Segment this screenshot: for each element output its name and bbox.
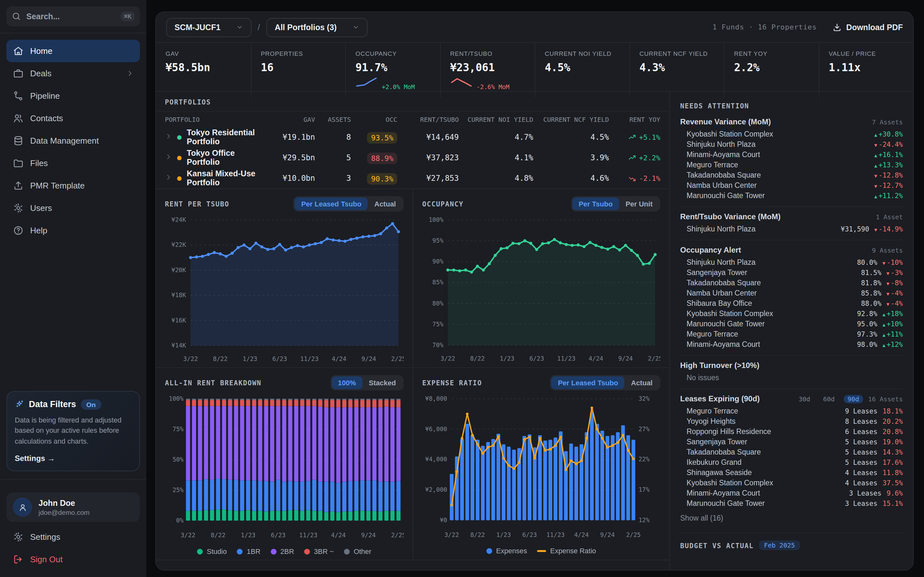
- contacts-icon: [13, 113, 24, 124]
- portfolios-section: PORTFOLIOS PORTFOLIOGAVASSETSOCCRENT/TSU…: [156, 92, 669, 189]
- na-row[interactable]: Kyobashi Station Complex4 Leases37.5%: [680, 478, 903, 488]
- asset-name: Shinagawa Seaside: [687, 469, 752, 476]
- sign-out-button[interactable]: Sign Out: [6, 548, 140, 571]
- filter-pill-60d[interactable]: 60d: [819, 395, 838, 403]
- na-row[interactable]: Kyobashi Station Complex92.8%▲+18%: [680, 308, 903, 319]
- na-row[interactable]: Namba Urban Center85.8%▼-4%: [680, 288, 903, 298]
- na-row[interactable]: Minami-Aoyama Court3 Leases9.6%: [680, 488, 903, 498]
- download-pdf-button[interactable]: Download PDF: [832, 23, 903, 32]
- na-row[interactable]: Meguro Terrace9 Leases18.1%: [680, 406, 903, 416]
- svg-text:27%: 27%: [638, 425, 650, 432]
- svg-text:9/24: 9/24: [600, 531, 615, 538]
- legend-item-studio: Studio: [197, 548, 227, 555]
- lease-count: 9 Leases: [845, 407, 877, 415]
- na-row[interactable]: Minami-Aoyama Court▲+16.1%: [680, 149, 903, 160]
- portfolio-row[interactable]: Kansai Mixed-Use Portfolio¥10.0bn390.3%¥…: [156, 168, 669, 189]
- divider: [0, 479, 146, 480]
- na-row[interactable]: Sangenjaya Tower81.5%▼-3%: [680, 268, 903, 277]
- svg-text:75%: 75%: [173, 425, 184, 432]
- sidebar-item-pmr-template[interactable]: PMR Template: [6, 174, 140, 197]
- na-row[interactable]: Marunouchi Gate Tower3 Leases15.1%: [680, 498, 903, 508]
- svg-text:100%: 100%: [169, 395, 184, 402]
- legend-label: Other: [354, 548, 371, 555]
- asset-value: ▲+30.8%: [874, 130, 903, 138]
- app-root: Search... ⌘K HomeDealsPipelineContactsDa…: [0, 0, 924, 577]
- delta-up: ▲+11%: [882, 330, 903, 338]
- svg-text:0%: 0%: [176, 517, 184, 524]
- occupancy-badge: 88.9%: [367, 152, 397, 164]
- kpi-label: PROPERTIES: [261, 50, 336, 57]
- na-row[interactable]: Shinagawa Seaside4 Leases11.8%: [680, 467, 903, 478]
- na-row[interactable]: Shibaura Bay Office88.0%▼-4%: [680, 298, 903, 308]
- data-filters-settings-link[interactable]: Settings →: [15, 454, 132, 463]
- na-row[interactable]: Yoyogi Heights8 Leases20.2%: [680, 416, 903, 426]
- expense-ratio-panel: EXPENSE RATIOPer Leased TsuboActual¥8,00…: [413, 367, 669, 560]
- user-card[interactable]: John Doe jdoe@demo.com: [6, 492, 140, 522]
- na-row[interactable]: Namba Urban Center▼-12.7%: [680, 180, 903, 190]
- svg-text:11/23: 11/23: [299, 532, 317, 538]
- svg-text:2/25: 2/25: [391, 532, 404, 538]
- na-row[interactable]: Meguro Terrace97.3%▲+11%: [680, 329, 903, 339]
- filter-pill-30d[interactable]: 30d: [795, 395, 814, 403]
- rent-breakdown-toggle-100[interactable]: 100%: [331, 376, 362, 389]
- na-row[interactable]: Minami-Aoyama Court98.0%▲+12%: [680, 339, 903, 350]
- expense-ratio-toggle-per-leased-tsubo[interactable]: Per Leased Tsubo: [551, 376, 625, 389]
- metric-value: 92.8%: [857, 309, 877, 318]
- noi-yield-cell: 4.1%: [459, 153, 533, 162]
- portfolio-row[interactable]: Tokyo Office Portfolio¥29.5bn588.9%¥37,8…: [156, 147, 669, 168]
- na-row[interactable]: Marunouchi Gate Tower95.0%▲+10%: [680, 319, 903, 329]
- metric-value: 81.5%: [861, 269, 881, 276]
- show-all-link[interactable]: Show all (16): [680, 508, 903, 527]
- na-section-meta: 1 Asset: [876, 213, 903, 220]
- na-row[interactable]: Meguro Terrace▲+13.3%: [680, 160, 903, 170]
- svg-text:11/23: 11/23: [546, 531, 565, 538]
- na-row[interactable]: Shinjuku North Plaza▼-24.4%: [680, 139, 903, 149]
- column-header-gav: GAV: [264, 116, 315, 123]
- na-row[interactable]: Shinjuku North Plaza¥31,590▼-14.9%: [680, 224, 903, 234]
- na-row[interactable]: Takadanobaba Square▼-12.8%: [680, 170, 903, 180]
- search-input[interactable]: Search... ⌘K: [6, 6, 140, 26]
- pipeline-icon: [13, 90, 24, 101]
- chart-legend: ExpensesExpense Ratio: [422, 545, 660, 558]
- rent-per-tsubo-toggle-actual[interactable]: Actual: [368, 197, 402, 210]
- sidebar-item-files[interactable]: Files: [6, 152, 140, 174]
- na-row[interactable]: Sangenjaya Tower5 Leases19.0%: [680, 437, 903, 447]
- kpi-current-noi-yield: CURRENT NOI YIELD4.5%: [535, 43, 629, 97]
- na-row[interactable]: Ikebukuro Grand5 Leases17.6%: [680, 457, 903, 467]
- expand-chevron-icon[interactable]: [165, 133, 172, 142]
- filter-pill-90d[interactable]: 90d: [844, 395, 863, 403]
- na-row[interactable]: Marunouchi Gate Tower▲+11.2%: [680, 190, 903, 201]
- expand-chevron-icon[interactable]: [165, 153, 172, 162]
- rent-per-tsubo-toggle-per-leased-tsubo[interactable]: Per Leased Tsubo: [295, 197, 368, 210]
- sidebar-item-home[interactable]: Home: [6, 40, 140, 62]
- asset-name: Minami-Aoyama Court: [687, 151, 760, 158]
- sidebar-item-pipeline[interactable]: Pipeline: [6, 85, 140, 107]
- expand-chevron-icon[interactable]: [165, 174, 172, 183]
- portfolio-name-cell: Kansai Mixed-Use Portfolio: [165, 169, 264, 187]
- occupancy-toggle-per-unit[interactable]: Per Unit: [619, 197, 659, 210]
- sidebar-item-help[interactable]: Help: [6, 219, 140, 242]
- asset-name: Sangenjaya Tower: [687, 269, 747, 276]
- na-row[interactable]: Takadanobaba Square5 Leases14.3%: [680, 447, 903, 457]
- na-row[interactable]: Takadanobaba Square81.8%▼-8%: [680, 277, 903, 288]
- portfolio-row[interactable]: Tokyo Residential Portfolio¥19.1bn893.5%…: [156, 127, 669, 147]
- sidebar-item-users[interactable]: Users: [6, 197, 140, 219]
- sidebar-item-data-management[interactable]: Data Management: [6, 129, 140, 152]
- kpi-label: CURRENT NOI YIELD: [545, 50, 620, 57]
- sidebar-item-contacts[interactable]: Contacts: [6, 107, 140, 129]
- sidebar-item-settings[interactable]: Settings: [6, 526, 140, 548]
- metric-value: 85.8%: [861, 289, 881, 297]
- expense-ratio-toggle-actual[interactable]: Actual: [625, 376, 659, 389]
- rent-breakdown-toggle-stacked[interactable]: Stacked: [363, 376, 402, 389]
- na-row[interactable]: Kyobashi Station Complex▲+30.8%: [680, 129, 903, 139]
- fund-selector[interactable]: SCM-JUCF1: [166, 18, 251, 37]
- legend-item-3br: 3BR ~: [304, 548, 334, 555]
- sparkline-down-icon: [450, 77, 472, 90]
- portfolio-selector[interactable]: All Portfolios (3): [266, 18, 367, 37]
- occupancy-toggle-per-tsubo[interactable]: Per Tsubo: [572, 197, 619, 210]
- svg-text:8/22: 8/22: [470, 531, 485, 538]
- expense-ratio-header: EXPENSE RATIOPer Leased TsuboActual: [422, 374, 660, 391]
- sidebar-item-deals[interactable]: Deals: [6, 62, 140, 85]
- na-row[interactable]: Roppongi Hills Residence6 Leases20.8%: [680, 426, 903, 437]
- na-row[interactable]: Shinjuku North Plaza80.0%▼-10%: [680, 257, 903, 268]
